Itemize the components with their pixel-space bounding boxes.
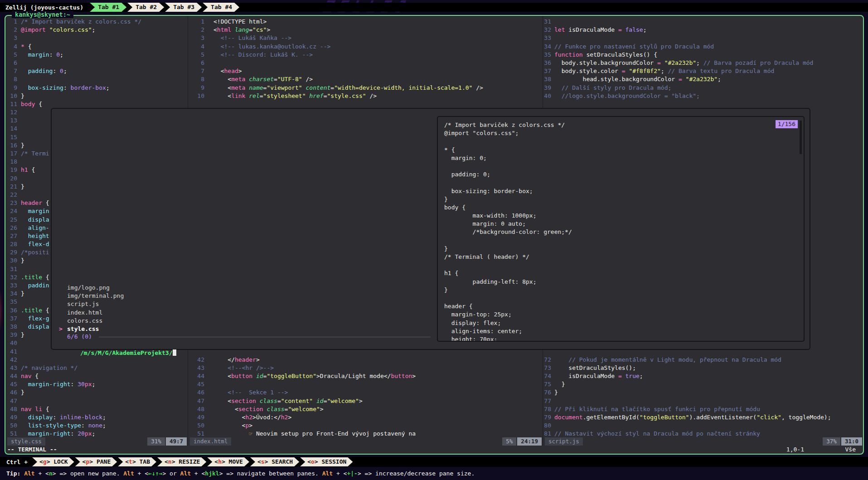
hint-pane[interactable]: <p> PANE xyxy=(75,457,117,466)
preview-scrollbar[interactable] xyxy=(800,121,802,154)
code-line: 77 xyxy=(543,397,863,405)
code-text: <link rel="stylesheet" href="style.css" … xyxy=(213,92,377,100)
preview-line: header { xyxy=(444,302,797,310)
code-text: <meta name="viewport" content="width=dev… xyxy=(213,84,483,92)
code-line: 44 <button id="toggleButton">Dracula/Lig… xyxy=(188,372,543,380)
file-name: style.css xyxy=(67,325,99,333)
line-number: 34 xyxy=(543,43,551,51)
line-number: 18 xyxy=(6,158,17,166)
code-text: height xyxy=(21,232,49,240)
preview-line: max-width: 1000px; xyxy=(444,212,797,220)
tab-tab-2[interactable]: Tab #2 xyxy=(127,3,164,12)
screen: ZELLIJ Zellij (joyous-cactus) Tab #1Tab … xyxy=(0,0,868,480)
code-line: 48 <section class="welcome"> xyxy=(188,405,543,413)
line-number: 47 xyxy=(188,397,204,405)
code-text: @import "colors.css"; xyxy=(21,26,95,34)
code-text: head.style.backgroundColor = "#2a232b"; xyxy=(554,75,721,83)
code-text: <!-- Sekce 1 --> xyxy=(213,388,288,397)
code-text: flex-g xyxy=(21,315,49,323)
preview-line: /* Terminal ( header) */ xyxy=(444,253,797,261)
preview-line xyxy=(444,162,797,170)
code-text: .title { xyxy=(21,273,49,281)
code-text: } xyxy=(21,257,24,265)
tab-tab-1[interactable]: Tab #1 xyxy=(90,3,126,12)
line-number: 51 xyxy=(6,430,17,437)
tip-segment: Alt xyxy=(123,470,134,477)
preview-line: margin: 0; xyxy=(444,154,797,162)
code-line: 76} xyxy=(543,388,863,397)
line-number: 19 xyxy=(6,166,17,174)
tab-tab-3[interactable]: Tab #3 xyxy=(165,3,202,12)
code-line: 32let isDraculaMode = false; xyxy=(543,26,863,34)
line-number: 36 xyxy=(6,306,17,315)
tab-tab-4[interactable]: Tab #4 xyxy=(203,3,239,12)
tip-bar: Tip: Alt + <n> => open new pane. Alt + <… xyxy=(6,470,475,478)
code-text: body { xyxy=(21,100,42,108)
line-number: 11 xyxy=(6,100,17,108)
match-counter: 6/6 (0) xyxy=(67,333,92,341)
tip-segment: + < xyxy=(134,470,148,477)
line-number: 46 xyxy=(188,388,204,397)
preview-line-badge: 1/156 xyxy=(776,120,798,128)
code-text: <section class="content" id="welcome"> xyxy=(213,397,363,405)
hint-move[interactable]: <h> MOVE xyxy=(207,457,249,466)
code-line: 9 <meta name="viewport" content="width=d… xyxy=(188,84,543,92)
code-line: 50 list-style-type: none; xyxy=(6,422,188,430)
line-number: 7 xyxy=(6,67,17,75)
code-text: padding: 0; xyxy=(21,67,67,75)
preview-line: margin-top: 25px; xyxy=(444,310,797,319)
hint-session[interactable]: <o> SESSION xyxy=(300,457,353,466)
preview-line: display: flex; xyxy=(444,319,797,327)
line-number: 29 xyxy=(6,248,17,257)
line-number: 48 xyxy=(188,405,204,413)
file-name: img/logo.png xyxy=(67,284,110,292)
tip-segment: > => open new pane. xyxy=(53,470,124,477)
code-text: paddin xyxy=(21,281,49,290)
hint-search[interactable]: <s> SEARCH xyxy=(250,457,299,466)
statusline-percent: 37% xyxy=(823,437,840,446)
line-number: 42 xyxy=(188,356,204,364)
code-text: isDraculaMode = true; xyxy=(554,372,643,380)
code-text: <!-- Lukáš Kaňka --> xyxy=(213,34,291,42)
line-number: 28 xyxy=(6,240,17,248)
code-text: margin-right: 20px; xyxy=(21,430,95,437)
code-line: 38 head.style.backgroundColor = "#2a232b… xyxy=(543,75,863,83)
line-number: 7 xyxy=(188,67,204,75)
tip-segment: hjkl xyxy=(205,470,219,477)
preview-line: margin: 0 auto; xyxy=(444,220,797,228)
code-line: 2<html lang="cs"> xyxy=(188,26,543,34)
vim-mode-indicator: -- TERMINAL -- xyxy=(7,446,57,454)
line-number: 6 xyxy=(6,59,17,67)
line-number: 38 xyxy=(6,323,17,331)
code-text: <!DOCTYPE html> xyxy=(213,18,267,26)
path-prompt-input[interactable]: /m/s/M/G/AkademieProjekt3/ xyxy=(59,341,176,349)
statusline-script-js: script.js 37% 31:0 xyxy=(543,437,863,446)
file-name: index.html xyxy=(67,309,102,317)
preview-line: /*background-color: green;*/ xyxy=(444,228,797,236)
line-number: 41 xyxy=(6,348,17,356)
code-line: 74 isDraculaMode = true; xyxy=(543,372,863,380)
line-number: 4 xyxy=(6,43,17,51)
line-number: 17 xyxy=(6,150,17,158)
tip-segment: Alt xyxy=(322,470,333,477)
line-number: 43 xyxy=(188,364,204,372)
code-text: /* Import barviček z colors.css */ xyxy=(21,18,141,26)
line-number: 72 xyxy=(543,356,551,364)
line-number: 38 xyxy=(543,75,551,83)
preview-line xyxy=(444,179,797,187)
line-number: 44 xyxy=(188,372,204,380)
line-number: 47 xyxy=(6,397,17,405)
line-number: 9 xyxy=(188,84,204,92)
code-line: 5 <!-- Discord: Lukáš K. --> xyxy=(188,51,543,59)
tip-segment: + < xyxy=(333,470,347,477)
line-number: 5 xyxy=(188,51,204,59)
hint-resize[interactable]: <n> RESIZE xyxy=(157,457,206,466)
code-line: 5 margin: 0; xyxy=(6,51,188,59)
code-text: <!--<hr />--> xyxy=(213,364,274,372)
hint-lock[interactable]: <g> LOCK xyxy=(32,457,74,466)
line-number: 39 xyxy=(6,331,17,339)
line-number: 78 xyxy=(543,405,551,413)
hint-tab[interactable]: <t> TAB xyxy=(118,457,156,466)
code-line: 11body { xyxy=(6,100,188,108)
line-number: 36 xyxy=(543,59,551,67)
